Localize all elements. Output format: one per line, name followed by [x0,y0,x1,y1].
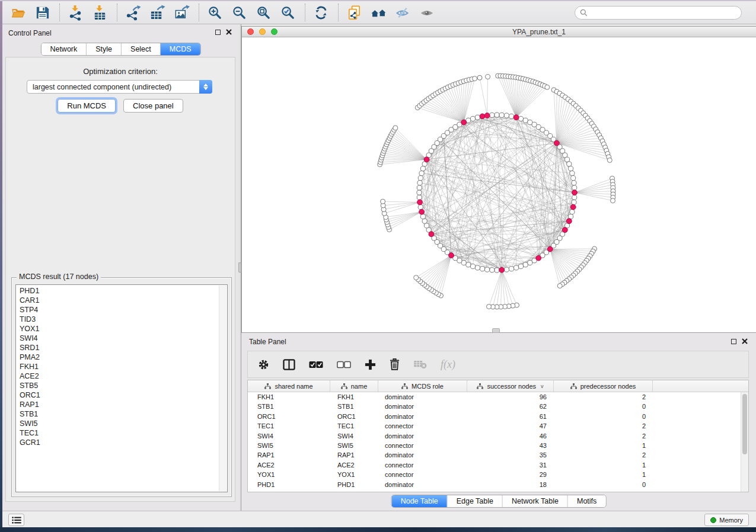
network-node[interactable] [518,116,523,121]
network-node[interactable] [420,214,425,219]
result-node[interactable]: SWI4 [16,334,227,343]
zoom-out-icon[interactable] [229,3,248,22]
tab-network[interactable]: Network [41,43,87,55]
network-node[interactable] [490,268,495,273]
gear-icon[interactable] [258,359,269,370]
network-node[interactable] [393,126,398,130]
mcds-hub-node[interactable] [419,209,425,214]
network-node[interactable] [570,171,575,175]
mcds-hub-node[interactable] [554,140,560,146]
network-node[interactable] [414,275,419,280]
network-node[interactable] [572,185,577,190]
node-table[interactable]: shared namenameMCDS rolesuccessor nodesv… [247,380,749,492]
network-node[interactable] [466,262,471,267]
network-node[interactable] [557,284,562,289]
network-node[interactable] [480,267,484,271]
result-node[interactable]: RAP1 [16,400,227,409]
result-node[interactable]: STP4 [16,305,227,315]
network-node[interactable] [611,198,615,203]
float-panel-icon[interactable] [731,339,736,344]
column-header-successor-nodes[interactable]: successor nodesv [467,380,554,392]
mcds-hub-node[interactable] [536,255,541,261]
network-node[interactable] [528,260,532,265]
column-header-predecessor-nodes[interactable]: predecessor nodes [554,380,653,392]
result-node[interactable]: TID3 [16,315,227,324]
column-header-MCDS-role[interactable]: MCDS role [378,380,467,392]
network-node[interactable] [473,76,477,81]
import-network-icon[interactable] [66,3,85,22]
result-node[interactable]: FKH1 [16,362,227,371]
network-node[interactable] [504,267,509,272]
column-header-shared-name[interactable]: shared name [248,380,330,392]
search-input[interactable] [591,8,736,17]
criterion-dropdown[interactable]: largest connected component (undirected) [27,80,212,94]
close-panel-button[interactable]: Close panel [123,99,183,113]
network-node[interactable] [572,200,576,204]
network-node[interactable] [572,195,577,200]
network-canvas[interactable] [242,37,756,332]
close-panel-icon[interactable] [742,338,748,344]
table-scrollbar[interactable] [741,392,748,492]
export-image-icon[interactable] [172,3,191,22]
table-row[interactable]: RAP1RAP1dominator352 [248,450,748,460]
network-node[interactable] [417,195,422,200]
mcds-hub-node[interactable] [562,227,567,233]
network-graph[interactable] [242,37,756,332]
result-node[interactable]: SRD1 [16,343,227,352]
network-node[interactable] [424,223,429,228]
network-node[interactable] [422,219,427,223]
mcds-hub-node[interactable] [424,157,429,162]
mcds-hub-node[interactable] [429,232,434,237]
network-node[interactable] [509,267,513,271]
import-table-icon[interactable] [90,3,109,22]
mcds-hub-node[interactable] [449,253,454,258]
network-node[interactable] [417,181,422,185]
result-node[interactable]: PHD1 [16,286,227,296]
mcds-hub-node[interactable] [570,204,576,210]
mcds-hub-node[interactable] [572,190,578,196]
mcds-hub-node[interactable] [566,219,572,224]
network-node[interactable] [418,175,423,180]
table-row[interactable]: SWI5SWI5connector431 [248,441,748,450]
mcds-hub-node[interactable] [547,246,553,252]
network-node[interactable] [475,115,480,120]
network-node[interactable] [570,210,575,214]
mcds-result-list[interactable]: PHD1CAR1STP4TID3YOX1SWI4SRD1PMA2FKH1ACE2… [15,284,228,492]
network-node[interactable] [509,114,513,118]
result-node[interactable]: ORC1 [16,390,227,400]
result-node[interactable]: TEC1 [16,428,227,438]
mcds-hub-node[interactable] [484,113,490,118]
columns-icon[interactable] [283,359,295,370]
column-header-name[interactable]: name [330,380,378,392]
mcds-hub-node[interactable] [480,114,485,119]
float-panel-icon[interactable] [215,30,221,35]
zoom-fit-icon[interactable] [254,3,273,22]
network-node[interactable] [495,268,499,273]
refresh-icon[interactable] [311,3,330,22]
tab-edge-table[interactable]: Edge Table [448,495,503,507]
network-node[interactable] [571,175,576,180]
show-all-icon[interactable] [417,3,436,22]
traffic-light-zoom[interactable] [271,28,277,35]
first-neighbors-icon[interactable] [369,3,388,22]
export-table-icon[interactable] [148,3,167,22]
table-row[interactable]: ORC1ORC1dominator610 [248,412,748,421]
select-all-icon[interactable] [309,361,323,368]
table-row[interactable]: ACE2ACE2connector311 [248,460,748,470]
network-node[interactable] [470,116,475,121]
table-row[interactable]: TEC1TEC1connector472 [248,421,748,431]
result-node[interactable]: ACE2 [16,371,227,381]
tab-node-table[interactable]: Node Table [392,495,448,507]
network-node[interactable] [417,185,422,190]
network-node[interactable] [417,190,422,195]
search-box[interactable] [575,6,742,20]
horizontal-splitter-grip[interactable] [492,328,500,333]
network-node[interactable] [475,265,480,270]
tab-mcds[interactable]: MCDS [161,43,200,55]
network-node[interactable] [514,265,519,270]
traffic-light-minimize[interactable] [259,28,266,35]
tab-network-table[interactable]: Network Table [503,495,568,507]
network-node[interactable] [419,171,424,175]
network-node[interactable] [381,199,385,204]
network-node[interactable] [607,158,612,162]
